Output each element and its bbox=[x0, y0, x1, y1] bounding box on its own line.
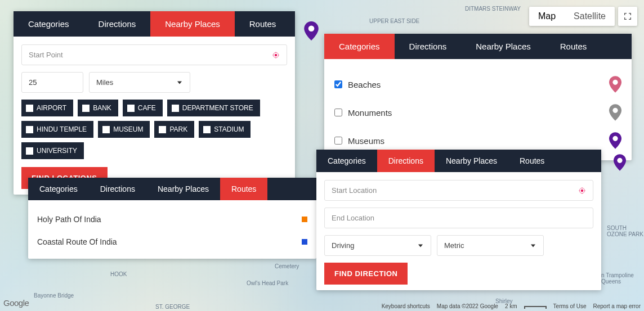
tabs-nearby: Categories Directions Nearby Places Rout… bbox=[14, 11, 295, 37]
svg-point-5 bbox=[612, 136, 618, 141]
panel-categories: Categories Directions Nearby Places Rout… bbox=[324, 34, 632, 160]
start-point-input[interactable]: Start Point bbox=[21, 44, 287, 65]
report-error-link[interactable]: Report a map error bbox=[593, 303, 641, 309]
travel-mode-label: Driving bbox=[332, 241, 354, 250]
checkbox-icon bbox=[127, 105, 135, 112]
chip-label: MUSEUM bbox=[113, 125, 143, 133]
panel-directions: Categories Directions Nearby Places Rout… bbox=[316, 150, 601, 290]
checkbox-icon bbox=[26, 105, 33, 112]
category-chip[interactable]: PARK bbox=[154, 121, 194, 138]
checkbox-icon bbox=[172, 105, 179, 112]
chip-label: DEPARTMENT STORE bbox=[182, 104, 253, 112]
chip-label: AIRPORT bbox=[37, 104, 66, 112]
find-direction-button[interactable]: FIND DIRECTION bbox=[324, 263, 408, 285]
unit-label: Miles bbox=[96, 78, 113, 87]
category-chip-list: AIRPORTBANKCAFEDEPARTMENT STOREHINDU TEM… bbox=[21, 100, 287, 159]
chip-label: CAFE bbox=[138, 104, 156, 112]
tab-nearby-places[interactable]: Nearby Places bbox=[146, 178, 220, 200]
unit-select[interactable]: Miles bbox=[89, 72, 190, 93]
radius-value: 25 bbox=[29, 78, 37, 87]
category-item[interactable]: Beaches bbox=[332, 70, 624, 98]
end-location-input[interactable]: End Location bbox=[324, 208, 593, 228]
end-location-placeholder: End Location bbox=[332, 214, 374, 222]
chip-label: UNIVERSITY bbox=[37, 147, 77, 155]
tab-routes[interactable]: Routes bbox=[508, 150, 556, 172]
gps-target-icon[interactable] bbox=[272, 51, 280, 59]
category-chip[interactable]: HINDU TEMPLE bbox=[21, 121, 93, 138]
map-type-satellite[interactable]: Satellite bbox=[565, 7, 615, 26]
gps-target-icon[interactable] bbox=[578, 187, 586, 195]
map-pin-icon bbox=[609, 132, 621, 149]
svg-point-7 bbox=[581, 189, 584, 192]
tab-routes[interactable]: Routes bbox=[220, 178, 267, 200]
checkbox-icon bbox=[203, 126, 211, 133]
svg-point-6 bbox=[617, 158, 622, 163]
category-chip[interactable]: CAFE bbox=[123, 100, 163, 116]
tab-nearby-places[interactable]: Nearby Places bbox=[461, 34, 545, 59]
tab-directions[interactable]: Directions bbox=[377, 150, 435, 172]
checkbox-icon bbox=[26, 126, 33, 133]
tab-directions[interactable]: Directions bbox=[89, 178, 146, 200]
start-location-input[interactable]: Start Location bbox=[324, 180, 593, 201]
category-label: Beaches bbox=[348, 80, 381, 89]
category-label: Monuments bbox=[348, 108, 392, 118]
distance-unit-label: Metric bbox=[444, 241, 464, 250]
tab-nearby-places[interactable]: Nearby Places bbox=[435, 150, 508, 172]
tab-categories[interactable]: Categories bbox=[316, 150, 377, 172]
route-color-swatch bbox=[302, 239, 307, 245]
panel-nearby-places: Categories Directions Nearby Places Rout… bbox=[14, 11, 295, 195]
category-chip[interactable]: BANK bbox=[78, 100, 118, 116]
terms-link[interactable]: Terms of Use bbox=[553, 303, 587, 309]
map-type-map[interactable]: Map bbox=[529, 7, 565, 26]
category-chip[interactable]: DEPARTMENT STORE bbox=[167, 100, 260, 116]
svg-point-1 bbox=[275, 53, 278, 56]
tab-nearby-places[interactable]: Nearby Places bbox=[150, 11, 235, 37]
scale-text: 2 km bbox=[505, 303, 517, 309]
map-type-toggle: Map Satellite bbox=[529, 7, 615, 26]
chevron-down-icon bbox=[177, 81, 182, 84]
route-name: Coastal Route Of India bbox=[37, 237, 117, 246]
tab-routes[interactable]: Routes bbox=[545, 34, 602, 59]
svg-point-0 bbox=[308, 25, 315, 31]
checkbox-icon bbox=[102, 126, 110, 133]
category-checkbox[interactable] bbox=[334, 80, 342, 88]
svg-point-4 bbox=[612, 108, 618, 113]
travel-mode-select[interactable]: Driving bbox=[324, 235, 431, 256]
start-point-placeholder: Start Point bbox=[29, 51, 63, 59]
map-data-text: Map data ©2022 Google bbox=[437, 303, 498, 309]
tabs-routes: Categories Directions Nearby Places Rout… bbox=[28, 178, 316, 200]
route-item[interactable]: Holy Path Of India bbox=[36, 208, 308, 231]
categories-list: BeachesMonumentsMuseums bbox=[324, 59, 632, 160]
category-chip[interactable]: UNIVERSITY bbox=[21, 142, 84, 159]
route-item[interactable]: Coastal Route Of India bbox=[36, 231, 308, 253]
chip-label: STADIUM bbox=[214, 125, 244, 133]
radius-input[interactable]: 25 bbox=[21, 72, 83, 93]
tab-categories[interactable]: Categories bbox=[28, 178, 89, 200]
category-item[interactable]: Monuments bbox=[332, 98, 624, 127]
route-name: Holy Path Of India bbox=[37, 215, 101, 224]
category-chip[interactable]: AIRPORT bbox=[21, 100, 73, 116]
checkbox-icon bbox=[82, 105, 90, 112]
scale-bar bbox=[524, 306, 547, 307]
distance-unit-select[interactable]: Metric bbox=[437, 235, 544, 256]
fullscreen-icon bbox=[623, 12, 632, 21]
chevron-down-icon bbox=[531, 244, 535, 247]
tabs-directions: Categories Directions Nearby Places Rout… bbox=[316, 150, 601, 172]
tab-categories[interactable]: Categories bbox=[14, 11, 84, 37]
map-pin-icon bbox=[614, 154, 626, 171]
fullscreen-button[interactable] bbox=[618, 7, 637, 26]
chip-label: HINDU TEMPLE bbox=[37, 125, 87, 133]
category-checkbox[interactable] bbox=[334, 137, 342, 145]
svg-point-3 bbox=[612, 80, 618, 85]
start-location-placeholder: Start Location bbox=[332, 186, 377, 195]
category-chip[interactable]: STADIUM bbox=[199, 121, 251, 138]
category-chip[interactable]: MUSEUM bbox=[98, 121, 150, 138]
category-checkbox[interactable] bbox=[334, 109, 342, 116]
checkbox-icon bbox=[26, 147, 33, 155]
category-label: Museums bbox=[348, 136, 384, 146]
tab-directions[interactable]: Directions bbox=[84, 11, 151, 37]
keyboard-shortcuts-link[interactable]: Keyboard shortcuts bbox=[382, 303, 430, 309]
tab-categories[interactable]: Categories bbox=[324, 34, 395, 59]
tab-directions[interactable]: Directions bbox=[395, 34, 462, 59]
tab-routes[interactable]: Routes bbox=[235, 11, 291, 37]
